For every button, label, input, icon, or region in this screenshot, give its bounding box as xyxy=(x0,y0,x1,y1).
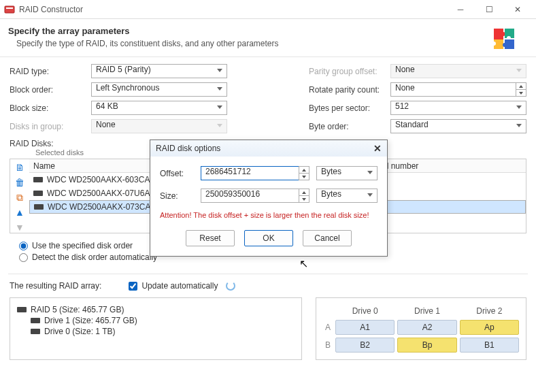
chevron-down-icon xyxy=(367,171,373,174)
raid-disk-options-dialog: RAID disk options✕ Offset: 2686451712 By… xyxy=(150,140,388,257)
offset-input[interactable]: 2686451712 xyxy=(201,166,299,180)
warning-text: Attention! The disk offset + size is lar… xyxy=(160,211,378,219)
size-input[interactable]: 250059350016 xyxy=(201,189,299,203)
size-label: Size: xyxy=(160,191,194,201)
offset-label: Offset: xyxy=(160,169,194,178)
ok-button[interactable]: OK xyxy=(244,230,293,246)
cancel-button[interactable]: Cancel xyxy=(303,230,352,246)
modal-backdrop: RAID disk options✕ Offset: 2686451712 By… xyxy=(0,0,536,392)
offset-spinner[interactable]: 2686451712 xyxy=(201,166,309,180)
close-icon[interactable]: ✕ xyxy=(373,143,382,154)
offset-unit-select[interactable]: Bytes xyxy=(316,166,378,180)
size-unit-select[interactable]: Bytes xyxy=(316,189,378,203)
size-spinner[interactable]: 250059350016 xyxy=(201,189,309,203)
dialog-titlebar[interactable]: RAID disk options✕ xyxy=(150,140,387,157)
chevron-down-icon xyxy=(367,193,373,197)
reset-button[interactable]: Reset xyxy=(186,230,235,246)
